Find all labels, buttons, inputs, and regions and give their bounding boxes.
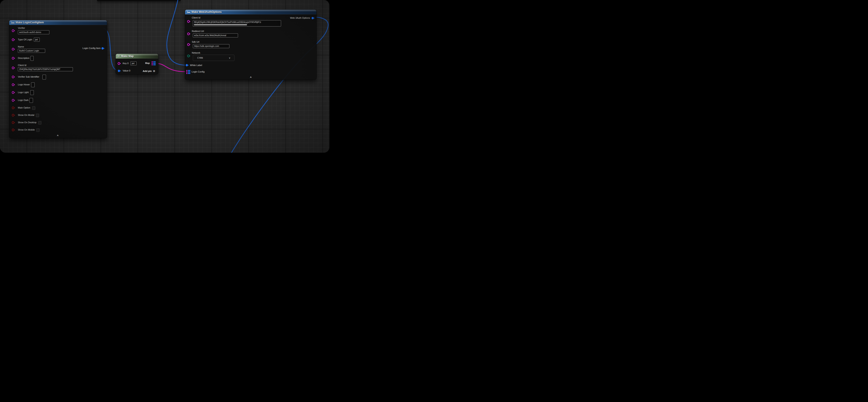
node-make-web3authoptions[interactable]: ⟩▬ Make Web3AuthOptions Web 3Auth Option… xyxy=(185,9,317,80)
blueprint-canvas[interactable]: ⟩▬ Make LoginConfigItem Login Config Ite… xyxy=(0,0,330,153)
collapse-node-button[interactable]: ^ xyxy=(57,135,59,137)
pin-label: Verifier xyxy=(18,27,25,29)
input-pin-show-on-mobile[interactable] xyxy=(12,128,15,132)
pin-label: Main Option xyxy=(18,106,30,109)
pin-label: Logo Dark xyxy=(18,99,29,101)
pin-label: Network xyxy=(192,52,200,54)
wire-offscreen-to-whitelabel-glow xyxy=(167,0,186,65)
output-pin-label: Map xyxy=(145,62,150,64)
client-id-field[interactable]: BEglQSgt4cUWcj6SKRdu5QkOXTsePmMcusG5EAoy… xyxy=(193,20,281,27)
main-option-checkbox[interactable] xyxy=(32,106,35,110)
node-make-loginconfigitem[interactable]: ⟩▬ Make LoginConfigItem Login Config Ite… xyxy=(9,20,107,138)
input-pin-client-id[interactable] xyxy=(187,20,190,23)
input-pin-client-id[interactable] xyxy=(12,66,15,69)
chevron-down-icon: ∨ xyxy=(229,57,230,59)
pin-label: Show On Desktop xyxy=(18,121,36,124)
redirect-url-field[interactable]: w3a://com.w3a.Web3AuthUnreal xyxy=(193,33,238,37)
pin-label: Logo Hover xyxy=(18,83,30,86)
pin-label: Show On Modal xyxy=(18,114,34,116)
network-dropdown[interactable]: CYAN ∨ xyxy=(193,55,235,61)
output-pin-map[interactable] xyxy=(152,61,156,65)
pin-label: Value 0 xyxy=(123,69,130,72)
pin-label: White Label xyxy=(190,64,202,66)
show-on-desktop-checkbox[interactable] xyxy=(38,121,41,124)
node-header[interactable]: ⟩≡ Make Map xyxy=(116,54,158,59)
show-on-mobile-checkbox[interactable] xyxy=(36,128,39,132)
input-pin-show-on-desktop[interactable] xyxy=(12,121,15,124)
output-pin-web3auth-options[interactable] xyxy=(311,17,315,20)
pin-label: Verifier Sub Identifier xyxy=(18,76,39,78)
verifier-sub-identifier-field[interactable] xyxy=(42,75,46,80)
make-struct-icon: ⟩▬ xyxy=(11,21,14,24)
node-make-map[interactable]: ⟩≡ Make Map Key 0 jwt Map Value xyxy=(116,54,158,75)
verifier-field[interactable]: web3auth-auth0-demo xyxy=(18,30,50,34)
input-pin-value0[interactable] xyxy=(118,69,121,72)
pin-label: Sdk Url xyxy=(192,40,199,43)
pin-label: Description xyxy=(18,57,29,59)
pin-label: Redirect Url xyxy=(192,30,204,32)
add-pin-button[interactable]: Add pin⊕ xyxy=(143,69,155,73)
network-selected-value: CYAN xyxy=(197,57,229,59)
pin-label: Type Of Login xyxy=(18,38,32,41)
client-id-scrollbar[interactable] xyxy=(194,24,247,25)
pin-label: Name xyxy=(18,46,24,48)
input-pin-show-on-modal[interactable] xyxy=(12,114,15,117)
input-pin-type-of-login[interactable] xyxy=(12,38,15,41)
input-pin-logo-dark[interactable] xyxy=(12,99,15,102)
logo-dark-field[interactable] xyxy=(29,98,33,103)
input-pin-logo-light[interactable] xyxy=(12,91,15,94)
input-pin-network[interactable] xyxy=(187,54,190,57)
client-id-value: BEglQSgt4cUWcj6SKRdu5QkOXTsePmMcusG5EAoy… xyxy=(194,21,261,23)
client-id-field[interactable]: 294QRkchfq2YaXUbPri7D6PH7xzHgQMT xyxy=(18,67,73,71)
make-struct-icon: ⟩▬ xyxy=(187,10,190,13)
input-pin-description[interactable] xyxy=(12,57,15,60)
node-header[interactable]: ⟩▬ Make LoginConfigItem xyxy=(9,20,107,25)
sdk-url-field[interactable]: https://sdk.openlogin.com xyxy=(193,44,229,48)
input-pin-redirect-url[interactable] xyxy=(187,32,190,35)
node-title: Make LoginConfigItem xyxy=(16,21,44,24)
output-pin-label: Web 3Auth Options xyxy=(290,17,310,19)
blueprint-editor: ⟩▬ Make LoginConfigItem Login Config Ite… xyxy=(0,0,330,153)
input-pin-verifier[interactable] xyxy=(12,29,15,32)
node-title: Make Web3AuthOptions xyxy=(191,10,222,13)
pin-label: Client Id xyxy=(192,17,200,19)
add-pin-plus-icon: ⊕ xyxy=(153,69,155,73)
logo-light-field[interactable] xyxy=(30,90,34,95)
input-pin-sdk-url[interactable] xyxy=(187,43,190,46)
show-on-modal-checkbox[interactable] xyxy=(36,114,39,117)
input-pin-logo-hover[interactable] xyxy=(12,83,15,86)
node-header[interactable]: ⟩▬ Make Web3AuthOptions xyxy=(185,10,316,15)
pin-label: Key 0 xyxy=(123,62,129,64)
input-pin-verifier-sub-identifier[interactable] xyxy=(12,76,15,79)
pin-label: Client Id xyxy=(18,64,26,66)
wire-offscreen-to-whitelabel[interactable] xyxy=(167,0,186,65)
name-field[interactable]: Auth0 Custom Login xyxy=(18,49,45,53)
add-pin-label: Add pin xyxy=(143,70,152,72)
pin-label: Logo Light xyxy=(18,91,29,93)
input-pin-key0[interactable] xyxy=(118,62,121,65)
make-map-icon: ⟩≡ xyxy=(117,55,120,58)
pin-label: Login Config xyxy=(192,70,205,73)
description-field[interactable] xyxy=(30,56,34,61)
output-pin-label: Login Config Item xyxy=(83,47,101,50)
collapse-node-button[interactable]: ^ xyxy=(250,77,252,79)
type-of-login-field[interactable]: jwt xyxy=(34,38,40,41)
input-pin-main-option[interactable] xyxy=(12,106,15,109)
key0-field[interactable]: jwt xyxy=(130,61,136,65)
input-pin-login-config[interactable] xyxy=(186,70,190,74)
node-title: Make Map xyxy=(121,55,134,58)
input-pin-name[interactable] xyxy=(12,48,15,51)
pin-label: Show On Mobile xyxy=(18,128,35,131)
logo-hover-field[interactable] xyxy=(31,82,35,87)
input-pin-white-label[interactable] xyxy=(185,64,189,67)
output-pin-login-config-item[interactable] xyxy=(101,47,104,50)
